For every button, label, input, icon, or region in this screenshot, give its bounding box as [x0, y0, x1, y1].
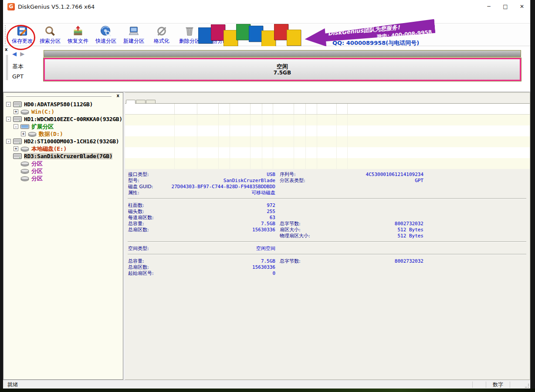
view-gpt-label[interactable]: GPT — [12, 73, 24, 80]
tree-expander-icon[interactable]: - — [6, 102, 11, 107]
table-row[interactable] — [125, 158, 530, 169]
tree-expander-icon[interactable]: + — [14, 146, 18, 151]
tab[interactable] — [136, 100, 146, 103]
tab[interactable] — [146, 100, 156, 103]
tree-item[interactable]: 分区 — [3, 160, 123, 167]
ad-banner[interactable]: DiskGenius团队为您服务! 致电: 400-008-9958 QQ: 4… — [198, 24, 442, 46]
resize-grip[interactable] — [523, 380, 530, 389]
toolbar-button[interactable]: 恢复文件 — [64, 24, 92, 46]
nav-back-icon[interactable]: ◀ — [12, 51, 17, 57]
status-numlock: 数字 — [486, 381, 510, 389]
detail-label-2: 总字节数: — [275, 220, 341, 227]
detail-row: 物理扇区大小: 512 Bytes — [125, 233, 530, 239]
title-bar: G DiskGenius V5.1.2.766 x64 ─ □ ✕ — [3, 0, 530, 13]
new-partition-icon — [128, 26, 139, 37]
column-header[interactable] — [317, 104, 337, 114]
menu-item[interactable] — [20, 17, 28, 19]
toolbar-button-icon — [17, 25, 28, 37]
diskgenius-window: G DiskGenius V5.1.2.766 x64 ─ □ ✕ — [3, 0, 531, 389]
tab[interactable] — [126, 100, 135, 104]
menu-item[interactable] — [65, 17, 74, 19]
tree-item[interactable]: 分区 — [3, 167, 123, 175]
menu-item[interactable] — [8, 17, 17, 19]
column-header[interactable] — [219, 104, 230, 114]
view-basic-label[interactable]: 基本 — [12, 63, 24, 71]
column-header[interactable] — [125, 104, 175, 114]
status-separator — [510, 382, 510, 388]
tree-item[interactable]: - HD2:ST1000DM003-1CH162(932GB) — [3, 138, 123, 145]
toolbar-button[interactable]: 快速分区 — [92, 24, 120, 46]
detail-value-2: 512 Bytes — [341, 227, 423, 233]
close-button[interactable]: ✕ — [514, 0, 530, 13]
toolbar-button-label: 删除分区 — [179, 37, 200, 45]
column-header[interactable] — [337, 104, 348, 114]
detail-row: 总容量: 7.5GB 总字节数: 8002732032 — [125, 258, 530, 264]
tree-item[interactable]: + 数据(D:) — [3, 130, 123, 138]
detail-label-2: 分区表类型: — [275, 177, 341, 184]
tree-expander-icon[interactable]: - — [6, 117, 11, 122]
tree-expander-icon[interactable]: + — [14, 109, 18, 114]
table-row[interactable] — [125, 136, 530, 147]
status-bar: 就绪 数字 — [3, 380, 530, 389]
menu-item[interactable] — [42, 17, 51, 19]
detail-value: 可移动磁盘 — [166, 189, 275, 196]
toolbar-button[interactable]: 保存更改 — [8, 24, 36, 46]
menu-item[interactable] — [31, 17, 40, 19]
menu-item[interactable] — [54, 17, 62, 19]
detail-row: 磁盘 GUID: 27D04303-BF97-C744-B28D-F94835B… — [125, 183, 530, 189]
disk-ruler — [44, 50, 521, 57]
tree-item[interactable]: + Win(C:) — [3, 108, 123, 115]
tree-item[interactable]: 分区 — [3, 175, 123, 182]
minimize-button[interactable]: ─ — [481, 0, 497, 13]
tree-item[interactable]: - 扩展分区 — [3, 123, 123, 130]
column-header[interactable] — [262, 104, 273, 114]
table-row[interactable] — [125, 115, 530, 125]
recover-files-icon — [72, 26, 84, 37]
detail-value-2: 8002732032 — [341, 221, 423, 226]
window-title: DiskGenius V5.1.2.766 x64 — [18, 3, 95, 10]
tree-item[interactable]: + 本地磁盘(E:) — [3, 145, 123, 152]
detail-label: 总容量: — [128, 258, 166, 264]
detail-value-2: 4C530001061214109234 — [341, 172, 423, 177]
disk-icon — [13, 101, 22, 107]
tree-item-label: HD2:ST1000DM003-1CH162(932GB) — [24, 138, 119, 145]
maximize-button[interactable]: □ — [497, 0, 514, 13]
tree-expander-icon[interactable]: - — [14, 124, 18, 129]
tree-item[interactable]: - HD0:ADATASP580(112GB) — [3, 101, 123, 108]
tree-expander-icon[interactable]: - — [6, 139, 11, 144]
tree-expander-icon[interactable]: + — [21, 132, 26, 136]
detail-value: SanDiskCruzerBlade — [166, 178, 275, 183]
detail-value: 15630336 — [166, 227, 275, 233]
column-header[interactable] — [175, 104, 197, 114]
table-row[interactable] — [125, 147, 530, 158]
column-header[interactable] — [230, 104, 251, 114]
panel-close-icon[interactable]: x — [5, 47, 7, 52]
column-header[interactable] — [251, 104, 262, 114]
toolbar-button[interactable]: 新建分区 — [120, 24, 148, 46]
toolbar-button-label: 新建分区 — [123, 37, 144, 45]
column-header[interactable] — [306, 104, 317, 114]
tree-panel-close-icon[interactable]: x — [117, 93, 119, 98]
disk-icon — [13, 116, 22, 122]
toolbar-button-label: 格式化 — [154, 37, 169, 45]
detail-row: 磁头数: 255 — [125, 208, 530, 214]
detail-value: 972 — [166, 203, 275, 208]
column-header[interactable] — [197, 104, 219, 114]
tree-item-label: HD0:ADATASP580(112GB) — [24, 101, 93, 108]
toolbar-button[interactable]: 搜索分区 — [36, 24, 64, 46]
toolbar-button[interactable]: 格式化 — [148, 24, 176, 46]
tree-item[interactable]: RD3:SanDiskCruzerBlade(7GB) — [3, 152, 123, 160]
column-header[interactable] — [273, 104, 294, 114]
detail-label: 磁盘 GUID: — [128, 183, 166, 190]
toolbar-button-icon — [72, 25, 84, 37]
table-row[interactable] — [125, 125, 530, 136]
search-partition-icon — [44, 26, 56, 37]
detail-label: 属性: — [128, 189, 166, 196]
disk-icon — [13, 139, 22, 144]
nav-forward-icon[interactable]: ▶ — [20, 51, 24, 57]
tree-item[interactable]: - HD1:WDCWD10EZEC-00RKKA0(932GB) — [3, 115, 123, 123]
free-space-block[interactable]: 空闲 7.5GB — [44, 58, 521, 81]
column-header[interactable] — [294, 104, 306, 114]
detail-row: 总扇区数: 15630336 扇区大小: 512 Bytes — [125, 226, 530, 233]
detail-row — [128, 198, 526, 199]
